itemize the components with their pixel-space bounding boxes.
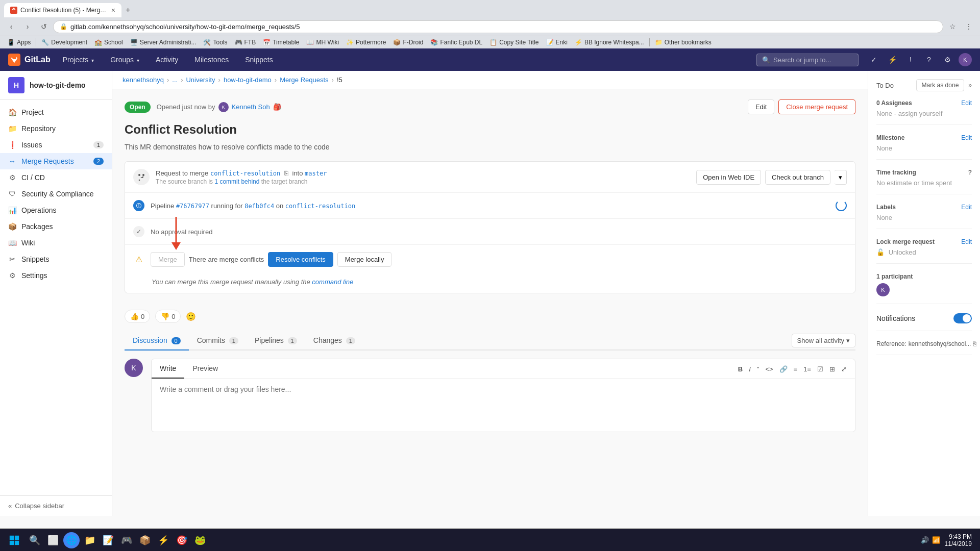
comment-write-tab[interactable]: Write — [152, 359, 184, 379]
table-button[interactable]: ⊞ — [827, 364, 837, 374]
help-icon-button[interactable]: ? — [922, 53, 936, 67]
tab-changes[interactable]: Changes 1 — [305, 331, 363, 350]
command-line-link[interactable]: command line — [312, 278, 353, 286]
copy-reference-button[interactable]: ⎘ — [973, 340, 976, 347]
merge-locally-button[interactable]: Merge locally — [337, 252, 392, 267]
edit-button[interactable]: Edit — [748, 99, 774, 114]
collapse-sidebar-button[interactable]: « Collapse sidebar — [0, 495, 112, 516]
todo-icon-button[interactable]: ✓ — [867, 53, 881, 67]
author-name-link[interactable]: Kenneth Soh — [232, 103, 270, 111]
sidebar-item-merge-requests[interactable]: ↔ Merge Requests 2 — [0, 153, 112, 169]
browser-menu-button[interactable]: ⋮ — [962, 19, 976, 34]
show-all-activity-button[interactable]: Show all activity ▾ — [792, 334, 855, 347]
bookmark-enki[interactable]: 📝 Enki — [543, 38, 571, 47]
bookmark-copy-site-title[interactable]: 📋 Copy Site Title — [486, 38, 542, 47]
code-button[interactable]: <> — [763, 364, 775, 374]
close-merge-request-button[interactable]: Close merge request — [778, 99, 855, 114]
milestones-nav-item[interactable]: Milestones — [190, 54, 233, 66]
bookmark-other[interactable]: 📁 Other bookmarks — [652, 38, 715, 47]
link-button[interactable]: 🔗 — [777, 364, 790, 374]
sidebar-item-issues[interactable]: ❗ Issues 1 — [0, 137, 112, 153]
pipeline-commit-link[interactable]: 8efb0fc4 — [244, 203, 274, 210]
new-tab-button[interactable]: + — [121, 4, 134, 17]
more-options-button[interactable]: ▾ — [835, 170, 847, 185]
user-avatar-button[interactable]: K — [959, 53, 972, 66]
sidebar-item-ci-cd[interactable]: ⚙ CI / CD — [0, 169, 112, 186]
back-button[interactable]: ‹ — [4, 19, 18, 34]
tab-pipelines[interactable]: Pipelines 1 — [247, 331, 305, 350]
projects-nav-item[interactable]: Projects ▾ — [59, 54, 98, 66]
bookmark-star-button[interactable]: ☆ — [945, 19, 960, 34]
bookmark-apps[interactable]: 📱 Apps — [4, 38, 34, 47]
assignees-edit-button[interactable]: Edit — [961, 99, 972, 107]
labels-edit-button[interactable]: Edit — [961, 204, 972, 211]
milestone-edit-button[interactable]: Edit — [961, 134, 972, 141]
add-reaction-button[interactable]: 🙂 — [186, 312, 196, 321]
search-box[interactable]: 🔍 — [756, 54, 859, 66]
pipeline-id-link[interactable]: #76767977 — [176, 203, 209, 210]
settings-icon-button[interactable]: ⚙ — [940, 53, 954, 67]
merge-button[interactable]: Merge — [151, 252, 185, 267]
breadcrumb-dots[interactable]: ... — [172, 76, 178, 84]
breadcrumb-merge-requests[interactable]: Merge Requests — [280, 76, 328, 84]
bookmark-school[interactable]: 🏫 School — [91, 38, 126, 47]
thumbs-up-button[interactable]: 👍 0 — [125, 310, 150, 323]
search-input[interactable] — [773, 56, 853, 64]
reload-button[interactable]: ↺ — [37, 19, 51, 34]
sidebar-item-snippets[interactable]: ✂ Snippets — [0, 251, 112, 267]
bookmark-fanfic[interactable]: 📚 Fanfic Epub DL — [427, 38, 485, 47]
bullet-list-button[interactable]: ≡ — [792, 364, 800, 374]
fullscreen-button[interactable]: ⤢ — [839, 364, 849, 374]
merge-requests-icon-button[interactable]: ⚡ — [885, 53, 899, 67]
expand-button[interactable]: » — [968, 82, 972, 89]
breadcrumb-university[interactable]: University — [186, 76, 215, 84]
breadcrumb-kennethsohyq[interactable]: kennethsohyq — [122, 76, 164, 84]
tab-close-button[interactable]: × — [111, 6, 115, 14]
bookmark-pottermore[interactable]: ✨ Pottermore — [343, 38, 389, 47]
issues-icon-button[interactable]: ! — [903, 53, 918, 67]
gitlab-logo[interactable]: GitLab — [8, 54, 51, 66]
sidebar-item-packages[interactable]: 📦 Packages — [0, 218, 112, 235]
pipeline-branch-link[interactable]: conflict-resolution — [285, 203, 355, 210]
sidebar-item-security-compliance[interactable]: 🛡 Security & Compliance — [0, 186, 112, 202]
tab-commits[interactable]: Commits 1 — [189, 331, 247, 350]
check-out-branch-button[interactable]: Check out branch — [765, 170, 830, 185]
bookmark-bb-ignore[interactable]: ⚡ BB Ignore Whitespa... — [572, 38, 647, 47]
forward-button[interactable]: › — [20, 19, 35, 34]
tab-discussion[interactable]: Discussion 0 — [125, 331, 189, 350]
copy-branch-icon[interactable]: ⎘ — [284, 169, 288, 177]
numbered-list-button[interactable]: 1≡ — [801, 364, 813, 374]
breadcrumb-how-to-git[interactable]: how-to-git-demo — [224, 76, 272, 84]
active-tab[interactable]: Conflict Resolution (5) - Merge R... × — [4, 3, 121, 17]
sidebar-item-repository[interactable]: 📁 Repository — [0, 120, 112, 137]
bookmark-development[interactable]: 🔧 Development — [38, 38, 90, 47]
sidebar-item-project[interactable]: 🏠 Project — [0, 104, 112, 120]
notifications-toggle[interactable] — [953, 313, 972, 323]
open-web-ide-button[interactable]: Open in Web IDE — [696, 170, 761, 185]
bold-button[interactable]: B — [736, 364, 745, 374]
bookmark-tools[interactable]: 🛠️ Tools — [200, 38, 230, 47]
comment-preview-tab[interactable]: Preview — [184, 359, 226, 379]
bookmark-timetable[interactable]: 📅 Timetable — [260, 38, 302, 47]
activity-nav-item[interactable]: Activity — [152, 54, 182, 66]
resolve-conflicts-button[interactable]: Resolve conflicts — [268, 252, 333, 267]
bookmark-ftb[interactable]: 🎮 FTB — [232, 38, 259, 47]
source-branch-link[interactable]: conflict-resolution — [210, 170, 280, 177]
bookmark-server-admin[interactable]: 🖥️ Server Administrati... — [127, 38, 200, 47]
comment-input[interactable] — [152, 379, 855, 430]
address-bar[interactable]: 🔒 gitlab.com/kennethsohyq/school/univers… — [53, 20, 943, 33]
sidebar-item-wiki[interactable]: 📖 Wiki — [0, 235, 112, 251]
thumbs-down-button[interactable]: 👎 0 — [155, 310, 181, 323]
target-branch-link[interactable]: master — [305, 170, 327, 177]
bookmark-mh-wiki[interactable]: 📖 MH Wiki — [303, 38, 342, 47]
time-tracking-help-icon[interactable]: ? — [968, 169, 972, 176]
bookmark-fdroid[interactable]: 📦 F-Droid — [390, 38, 426, 47]
groups-nav-item[interactable]: Groups ▾ — [106, 54, 143, 66]
lock-edit-button[interactable]: Edit — [961, 238, 972, 245]
task-list-button[interactable]: ☑ — [815, 364, 825, 374]
snippets-nav-item[interactable]: Snippets — [241, 54, 277, 66]
sidebar-item-operations[interactable]: 📊 Operations — [0, 202, 112, 218]
italic-button[interactable]: I — [747, 364, 753, 374]
quote-button[interactable]: " — [755, 364, 762, 374]
mark-as-done-button[interactable]: Mark as done — [916, 79, 965, 91]
